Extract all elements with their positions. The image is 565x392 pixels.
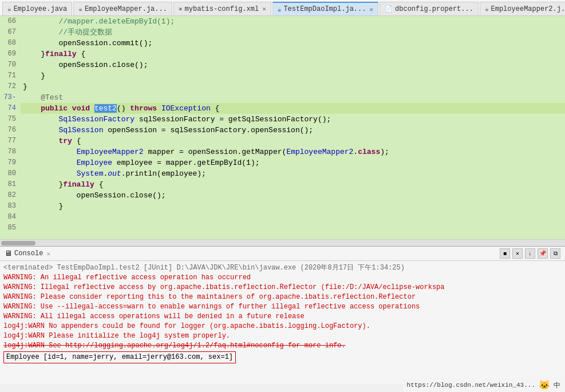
console-clear-btn[interactable]: ✕ xyxy=(512,248,523,259)
bottom-bar: https://blog.csdn.net/weixin_43... 🐱 中 xyxy=(402,378,565,392)
tab-test-emp-dao-impl[interactable]: ☕ TestEmpDaoImpl.ja... ✕ xyxy=(272,2,378,15)
console-log4j-2: log4j:WARN Please initialize the log4j s… xyxy=(3,331,562,341)
console-content[interactable]: <terminated> TestEmpDaoImpl.test2 [JUnit… xyxy=(0,261,565,384)
language-indicator: 中 xyxy=(554,381,560,390)
tab-dbconfig[interactable]: 📄 dbconfig.propert... xyxy=(380,2,479,15)
console-warning-5: WARNING: All illegal access operations w… xyxy=(3,312,562,322)
console-copy-btn[interactable]: ⧉ xyxy=(550,248,560,259)
tab-employee-mapper2[interactable]: ☕ EmployeeMapper2.j... xyxy=(480,2,565,15)
line-78: 78 EmployeeMapper2 mapper = openSession.… xyxy=(0,146,565,157)
prop-icon: 📄 xyxy=(385,5,393,13)
line-79: 79 Employee employee = mapper.getEmpById… xyxy=(0,157,565,168)
console-actions: ■ ✕ ↓ 📌 ⧉ xyxy=(500,248,560,259)
console-link-icon: ✕ xyxy=(46,250,50,258)
line-76: 76 SqlSession openSession = sqlSessionFa… xyxy=(0,125,565,136)
tab-close-test[interactable]: ✕ xyxy=(369,6,373,13)
line-83: 83 } xyxy=(0,201,565,212)
line-85: 85 xyxy=(0,223,565,233)
console-icon: 🖥 xyxy=(5,250,12,258)
console-title: Console xyxy=(14,250,43,258)
console-bar: 🖥 Console ✕ ■ ✕ ↓ 📌 ⧉ xyxy=(0,246,565,261)
console-warning-1: WARNING: An illegal reflective access op… xyxy=(3,273,562,283)
line-68: 68 openSession.commit(); xyxy=(0,38,565,49)
line-80: 80 System.out.println(employee); xyxy=(0,168,565,179)
java-icon-4: ☕ xyxy=(485,5,489,13)
line-66: 66 //mapper.deleteEmpById(1); xyxy=(0,16,565,27)
editor-wrapper: 66 //mapper.deleteEmpById(1); 67 //手动提交数… xyxy=(0,16,565,246)
console-pin-btn[interactable]: 📌 xyxy=(538,248,548,259)
console-log4j-3: log4j:WARN See http://logging.apache.org… xyxy=(3,341,562,351)
line-74: 74 public void test2() throws IOExceptio… xyxy=(0,103,565,114)
tab-employee-mapper[interactable]: ☕ EmployeeMapper.ja... xyxy=(73,2,172,15)
console-warning-3: WARNING: Please consider reporting this … xyxy=(3,292,562,302)
line-81: 81 }finally { xyxy=(0,179,565,190)
console-section: 🖥 Console ✕ ■ ✕ ↓ 📌 ⧉ <terminated> TestE… xyxy=(0,246,565,384)
line-70: 70 openSession.close(); xyxy=(0,60,565,70)
line-82: 82 openSession.close(); xyxy=(0,190,565,201)
console-terminated-line: <terminated> TestEmpDaoImpl.test2 [JUnit… xyxy=(3,263,562,273)
code-lines: 66 //mapper.deleteEmpById(1); 67 //手动提交数… xyxy=(0,16,565,239)
watermark-text: https://blog.csdn.net/weixin_43... xyxy=(407,382,535,389)
java-icon: ☕ xyxy=(7,5,11,13)
console-warning-2: WARNING: Illegal reflective access by or… xyxy=(3,283,562,292)
console-log4j-1: log4j:WARN No appenders could be found f… xyxy=(3,322,562,331)
xml-icon: ✕ xyxy=(179,5,183,13)
tab-employee-java[interactable]: ☕ Employee.java xyxy=(2,2,72,15)
line-77: 77 try { xyxy=(0,136,565,146)
line-69: 69 }finally { xyxy=(0,49,565,60)
line-67: 67 //手动提交数据 xyxy=(0,27,565,38)
console-result-line: Employee [id=1, name=jerry, email=jerry@… xyxy=(3,351,562,363)
java-icon-3: ☕ xyxy=(278,6,282,13)
tab-mybatis-config[interactable]: ✕ mybatis-config.xml ✕ xyxy=(173,2,271,15)
cat-icon: 🐱 xyxy=(539,379,550,391)
line-73: 73- @Test xyxy=(0,92,565,103)
java-icon-2: ☕ xyxy=(78,5,82,13)
tab-bar: ☕ Employee.java ☕ EmployeeMapper.ja... ✕… xyxy=(0,0,565,16)
editor-scrollbar[interactable] xyxy=(0,239,565,246)
code-editor[interactable]: 66 //mapper.deleteEmpById(1); 67 //手动提交数… xyxy=(0,16,565,239)
line-71: 71 } xyxy=(0,70,565,81)
scrollbar-thumb[interactable] xyxy=(1,241,35,246)
line-72: 72 } xyxy=(0,81,565,92)
line-84: 84 xyxy=(0,212,565,223)
console-scroll-btn[interactable]: ↓ xyxy=(525,248,535,259)
tab-close-mybatis[interactable]: ✕ xyxy=(262,5,266,13)
console-stop-btn[interactable]: ■ xyxy=(500,248,510,259)
console-warning-4: WARNING: Use --illegal-access=warn to en… xyxy=(3,302,562,312)
line-75: 75 SqlSessionFactory sqlSessionFactory =… xyxy=(0,114,565,125)
result-box: Employee [id=1, name=jerry, email=jerry@… xyxy=(3,351,236,363)
